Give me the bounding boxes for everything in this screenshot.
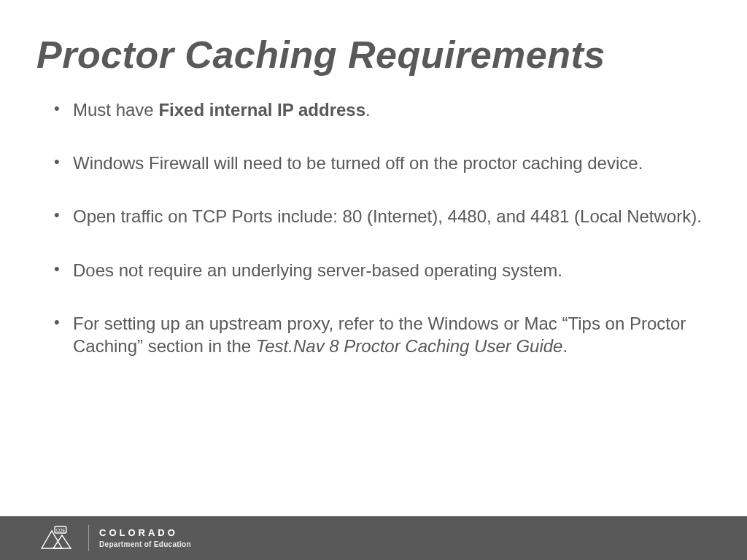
bullet-text-pre: Must have xyxy=(73,100,158,120)
bullet-text-bold: Fixed internal IP address xyxy=(158,100,365,120)
slide: Proctor Caching Requirements Must have F… xyxy=(0,0,747,560)
bullet-text-post: . xyxy=(365,100,371,120)
footer-title: COLORADO xyxy=(99,528,191,538)
footer-divider xyxy=(88,525,89,551)
slide-title: Proctor Caching Requirements xyxy=(36,33,747,77)
bullet-text-italic: Test.Nav 8 Proctor Caching User Guide xyxy=(256,336,563,356)
bullet-text-post: . xyxy=(562,336,568,356)
list-item: Must have Fixed internal IP address. xyxy=(51,98,703,121)
list-item: Open traffic on TCP Ports include: 80 (I… xyxy=(51,205,703,228)
bullet-list: Must have Fixed internal IP address. Win… xyxy=(51,98,703,357)
list-item: Windows Firewall will need to be turned … xyxy=(51,152,703,174)
bullet-text: Windows Firewall will need to be turned … xyxy=(73,153,643,173)
bullet-text: Does not require an underlying server-ba… xyxy=(73,260,562,280)
footer-subtitle: Department of Education xyxy=(99,540,191,548)
footer-text: COLORADO Department of Education xyxy=(99,528,191,548)
logo-badge-text: CDE xyxy=(56,528,66,532)
cde-logo-icon: CDE xyxy=(40,524,78,553)
slide-content: Must have Fixed internal IP address. Win… xyxy=(51,98,703,357)
footer-bar: CDE COLORADO Department of Education xyxy=(0,516,747,560)
bullet-text: Open traffic on TCP Ports include: 80 (I… xyxy=(73,206,702,226)
list-item: For setting up an upstream proxy, refer … xyxy=(51,312,703,357)
list-item: Does not require an underlying server-ba… xyxy=(51,259,703,281)
